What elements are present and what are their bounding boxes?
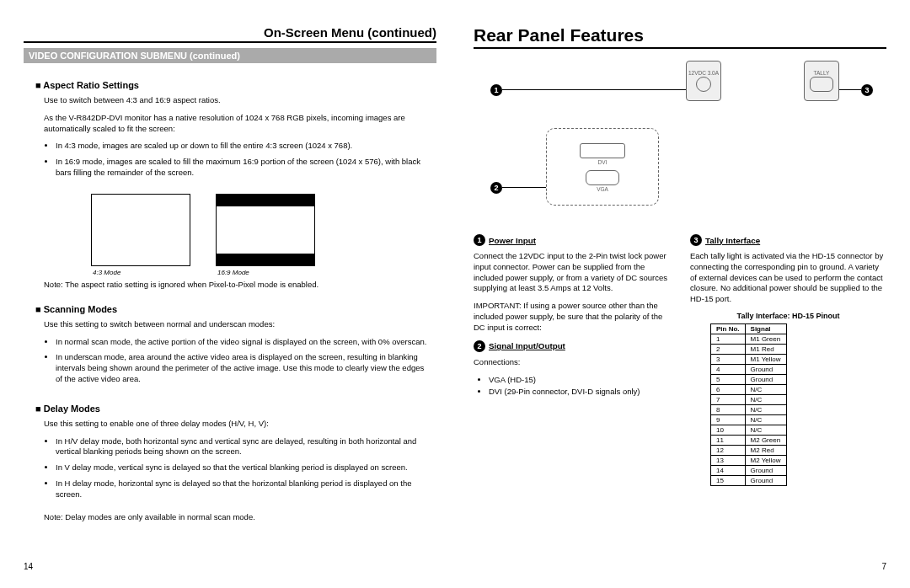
pin-signal: M1 Yellow xyxy=(745,355,786,365)
aspect-ratio-heading: Aspect Ratio Settings xyxy=(35,80,436,90)
table-row: 10N/C xyxy=(711,425,787,436)
pin-signal: N/C xyxy=(745,405,786,415)
delay-heading: Delay Modes xyxy=(35,404,436,414)
table-row: 14Ground xyxy=(711,466,787,476)
pin-no: 9 xyxy=(711,415,746,425)
table-row: 7N/C xyxy=(711,395,787,405)
pin-signal: N/C xyxy=(745,395,786,405)
port-icon xyxy=(696,77,711,92)
pin-signal: Ground xyxy=(745,476,786,486)
table-row: 8N/C xyxy=(711,405,787,415)
diagram-label: 12VDC 3.0A xyxy=(688,70,719,76)
table-row: 5Ground xyxy=(711,375,787,385)
list-item: DVI (29-Pin connector, DVI-D signals onl… xyxy=(489,387,670,396)
right-title: Rear Panel Features xyxy=(474,25,886,45)
mode-169-image xyxy=(216,194,315,266)
num-2-icon: 2 xyxy=(474,340,485,352)
right-rule xyxy=(474,47,886,49)
pin-no: 7 xyxy=(711,395,746,405)
pin-signal: M1 Green xyxy=(745,334,786,345)
pin-no: 2 xyxy=(711,345,746,355)
table-row: 2M1 Red xyxy=(711,345,787,355)
port-icon xyxy=(810,77,833,92)
list-item: VGA (HD-15) xyxy=(489,375,670,384)
pin-signal: M2 Green xyxy=(745,436,786,446)
section-bar: VIDEO CONFIGURATION SUBMENU (continued) xyxy=(24,48,436,63)
pinout-table: Pin No. Signal 1M1 Green2M1 Red3M1 Yello… xyxy=(710,323,787,486)
list-item: In normal scan mode, the active portion … xyxy=(56,337,436,348)
pin-no: 4 xyxy=(711,365,746,375)
list-item: In H/V delay mode, both horizontal sync … xyxy=(56,436,436,458)
pin-signal: M1 Red xyxy=(745,345,786,355)
body-text: Use this setting to enable one of three … xyxy=(44,419,436,430)
io-connector-icon: DVI VGA xyxy=(546,128,659,206)
feature-3-heading: 3 Tally Interface xyxy=(690,234,886,246)
table-header: Pin No. xyxy=(711,324,746,334)
feature-col-right: 3 Tally Interface Each tally light is ac… xyxy=(690,231,886,486)
bullet-list: In H/V delay mode, both horizontal sync … xyxy=(56,436,436,505)
table-row: 3M1 Yellow xyxy=(711,355,787,365)
body-text: Connections: xyxy=(474,357,670,368)
pin-signal: M2 Red xyxy=(745,446,786,456)
rear-panel-diagram: 12VDC 3.0A TALLY DVI VGA 1 2 3 xyxy=(474,61,886,221)
left-title: On-Screen Menu (continued) xyxy=(24,25,436,40)
pin-signal: M2 Yellow xyxy=(745,456,786,466)
pin-signal: N/C xyxy=(745,385,786,395)
pin-no: 10 xyxy=(711,425,746,436)
port-icon xyxy=(580,143,625,158)
table-row: 9N/C xyxy=(711,415,787,425)
table-row: 11M2 Green xyxy=(711,436,787,446)
page-number-left: 14 xyxy=(24,562,33,571)
pin-no: 1 xyxy=(711,334,746,345)
letterbox-bar xyxy=(217,254,314,265)
num-1-icon: 1 xyxy=(474,234,485,246)
mode-43-image xyxy=(91,194,190,266)
pin-no: 14 xyxy=(711,466,746,476)
table-row: 4Ground xyxy=(711,365,787,375)
table-row: 1M1 Green xyxy=(711,334,787,345)
mode-169: 16:9 Mode xyxy=(216,194,315,276)
diagram-label: TALLY xyxy=(814,70,830,76)
pin-no: 11 xyxy=(711,436,746,446)
feature-columns: 1 Power Input Connect the 12VDC input to… xyxy=(474,231,886,486)
feature-2-heading: 2 Signal Input/Output xyxy=(474,340,670,352)
pin-no: 15 xyxy=(711,476,746,486)
pin-no: 8 xyxy=(711,405,746,415)
body-text: Each tally light is activated via the HD… xyxy=(690,251,886,305)
port-icon xyxy=(586,170,619,185)
pin-signal: Ground xyxy=(745,375,786,385)
feature-1-heading: 1 Power Input xyxy=(474,234,670,246)
callout-1-icon: 1 xyxy=(490,84,502,96)
pin-signal: Ground xyxy=(745,365,786,375)
mode-169-caption: 16:9 Mode xyxy=(217,269,249,276)
table-row: 13M2 Yellow xyxy=(711,456,787,466)
body-text: As the V-R842DP-DVI monitor has a native… xyxy=(44,113,436,135)
feature-label: Tally Interface xyxy=(705,236,760,245)
letterbox-bar xyxy=(217,195,314,206)
left-rule xyxy=(24,41,436,43)
table-header: Signal xyxy=(745,324,786,334)
list-item: In V delay mode, vertical sync is delaye… xyxy=(56,462,436,473)
mode-43: 4:3 Mode xyxy=(91,194,190,276)
body-text: Connect the 12VDC input to the 2-Pin twi… xyxy=(474,251,670,294)
table-row: 12M2 Red xyxy=(711,446,787,456)
pin-no: 6 xyxy=(711,385,746,395)
bullet-list: In normal scan mode, the active portion … xyxy=(56,337,436,390)
body-text: Use this setting to switch between norma… xyxy=(44,319,436,330)
list-item: In H delay mode, horizontal sync is dela… xyxy=(56,478,436,500)
diagram-label: VGA xyxy=(597,186,608,192)
table-row: 6N/C xyxy=(711,385,787,395)
table-row: 15Ground xyxy=(711,476,787,486)
callout-3-icon: 3 xyxy=(861,84,873,96)
mode-43-caption: 4:3 Mode xyxy=(93,269,120,276)
power-connector-icon: 12VDC 3.0A xyxy=(686,61,721,101)
pin-no: 5 xyxy=(711,375,746,385)
body-text: IMPORTANT: If using a power source other… xyxy=(474,301,670,333)
pin-signal: N/C xyxy=(745,415,786,425)
left-page: On-Screen Menu (continued) VIDEO CONFIGU… xyxy=(24,25,455,571)
feature-label: Signal Input/Output xyxy=(489,341,565,350)
bullet-list: In 4:3 mode, images are scaled up or dow… xyxy=(56,141,436,183)
body-text: Use to switch between 4:3 and 16:9 aspec… xyxy=(44,95,436,106)
pin-no: 13 xyxy=(711,456,746,466)
callout-2-icon: 2 xyxy=(490,182,502,194)
